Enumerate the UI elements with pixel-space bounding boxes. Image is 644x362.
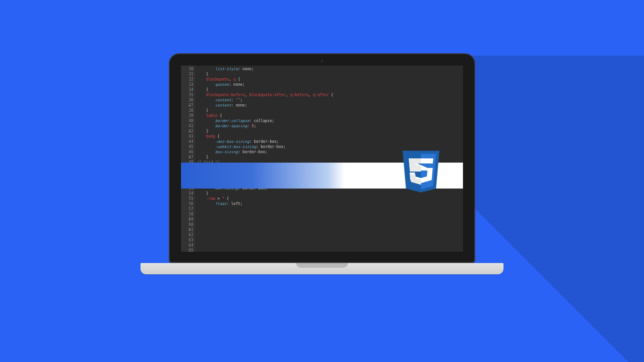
fold-marker-icon: ▼ xyxy=(189,227,190,232)
line-number: 32 xyxy=(181,77,193,82)
code-line: .row > * { xyxy=(197,196,461,201)
line-number: 39 xyxy=(181,113,193,118)
code-line: } xyxy=(197,87,461,92)
line-number: 37 xyxy=(181,103,193,108)
line-number: 65 xyxy=(181,248,193,252)
code-line: content: ''; xyxy=(197,98,461,103)
line-number: 40 xyxy=(181,118,193,123)
laptop-mockup: 30313233343536▼3738394041▼4243444546▼474… xyxy=(169,53,475,274)
line-number: 56 xyxy=(181,201,193,206)
fold-marker-icon: ▼ xyxy=(189,103,190,108)
code-line: } xyxy=(197,72,461,77)
line-number: 41 xyxy=(181,123,193,129)
code-line: border-collapse: collapse; xyxy=(197,118,461,123)
line-number: 35 xyxy=(181,92,193,98)
code-line: list-style: none; xyxy=(197,66,461,72)
line-number: 58 xyxy=(181,212,193,217)
laptop-lid: 30313233343536▼3738394041▼4243444546▼474… xyxy=(169,53,475,263)
line-number: 59 xyxy=(181,217,193,222)
line-number: 64 xyxy=(181,243,193,248)
fold-marker-icon: ▼ xyxy=(189,155,190,160)
line-number: 34 xyxy=(181,87,193,92)
fold-marker-icon: ▼ xyxy=(189,129,190,134)
code-line: -moz-box-sizing: border-box; xyxy=(197,139,461,144)
code-line: } xyxy=(197,129,461,134)
code-line: border-spacing: 0; xyxy=(197,123,461,129)
line-number: 57 xyxy=(181,206,193,212)
line-number: 47 xyxy=(181,155,193,160)
code-line: blockquote:before, blockquote:after, q:b… xyxy=(197,92,461,98)
code-line: table { xyxy=(197,113,461,118)
line-number: 46 xyxy=(181,149,193,155)
line-number: 61 xyxy=(181,227,193,232)
line-number: 33 xyxy=(181,82,193,87)
line-number: 30 xyxy=(181,66,193,72)
code-line: } xyxy=(197,108,461,113)
line-number: 38 xyxy=(181,108,193,113)
line-number: 36 xyxy=(181,98,193,103)
css3-shield-icon xyxy=(403,150,439,193)
line-number: 42 xyxy=(181,129,193,134)
code-line: -webkit-box-sizing: border-box; xyxy=(197,144,461,149)
line-number: 44 xyxy=(181,139,193,144)
line-number: 31 xyxy=(181,72,193,77)
line-number: 60 xyxy=(181,222,193,227)
code-line: content: none; xyxy=(197,103,461,108)
line-number: 45 xyxy=(181,144,193,149)
code-line: blockquote, q { xyxy=(197,77,461,82)
code-line: float: left; xyxy=(197,201,461,206)
fold-marker-icon: ▼ xyxy=(189,217,190,222)
line-number: 62 xyxy=(181,232,193,238)
code-editor-screen: 30313233343536▼3738394041▼4243444546▼474… xyxy=(181,66,463,252)
code-line: quotes: none; xyxy=(197,82,461,87)
line-number: 54 xyxy=(181,191,193,196)
line-number: 63 xyxy=(181,238,193,243)
laptop-base xyxy=(140,263,504,274)
line-number: 55 xyxy=(181,196,193,201)
line-number-gutter: 30313233343536▼3738394041▼4243444546▼474… xyxy=(181,66,195,252)
line-number: 43 xyxy=(181,134,193,139)
camera-icon xyxy=(321,59,324,63)
code-line: body { xyxy=(197,134,461,139)
laptop-notch xyxy=(296,263,348,268)
